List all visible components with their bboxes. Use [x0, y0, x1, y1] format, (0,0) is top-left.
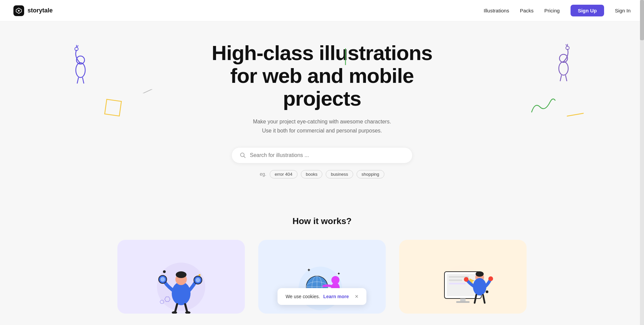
deco-yellow-square [104, 99, 122, 118]
tags-eg-label: eg. [260, 171, 266, 177]
svg-text:✦: ✦ [307, 267, 311, 273]
svg-point-55 [486, 290, 488, 293]
signup-button[interactable]: Sign Up [571, 5, 604, 16]
tag-books[interactable]: books [301, 170, 323, 178]
search-box [231, 147, 413, 163]
svg-point-26 [185, 311, 191, 314]
cookie-banner: We use cookies. Learn more × [277, 288, 366, 305]
nav-illustrations[interactable]: Illustrations [484, 8, 509, 13]
svg-point-53 [464, 277, 469, 282]
card3-illustration [399, 253, 527, 314]
search-icon [240, 152, 246, 158]
svg-rect-47 [460, 299, 466, 301]
tag-shopping[interactable]: shopping [357, 170, 384, 178]
deco-green-squiggle [530, 95, 557, 120]
logo[interactable]: storytale [13, 5, 53, 16]
svg-rect-45 [449, 283, 466, 284]
how-it-works-title: How it works? [27, 216, 617, 226]
svg-point-6 [566, 46, 569, 50]
tag-error404[interactable]: error 404 [270, 170, 298, 178]
cookie-text: We use cookies. [285, 294, 320, 299]
logo-icon [13, 5, 24, 16]
cookie-close-button[interactable]: × [355, 293, 359, 300]
scrollbar-thumb[interactable] [640, 0, 644, 40]
navbar: storytale Illustrations Packs Pricing Si… [0, 0, 644, 21]
nav-pricing[interactable]: Pricing [544, 8, 560, 13]
svg-line-10 [142, 89, 154, 93]
scrollbar[interactable] [640, 0, 644, 325]
signin-button[interactable]: Sign In [615, 8, 631, 13]
svg-text:✦: ✦ [337, 271, 340, 276]
deco-left-arm [67, 42, 94, 85]
svg-point-3 [75, 47, 78, 51]
tag-business[interactable]: business [326, 170, 353, 178]
svg-point-18 [172, 282, 191, 305]
search-wrapper [7, 147, 637, 163]
svg-point-50 [476, 271, 484, 277]
how-card-3 [399, 240, 527, 314]
deco-gray-dash [141, 89, 154, 95]
card1-illustration [117, 253, 245, 314]
svg-point-24 [196, 278, 200, 282]
svg-point-5 [559, 54, 568, 62]
svg-rect-44 [449, 279, 462, 281]
svg-rect-8 [105, 99, 121, 116]
svg-point-0 [18, 10, 20, 11]
nav-links: Illustrations Packs Pricing Sign Up Sign… [484, 5, 631, 16]
brand-name: storytale [28, 7, 53, 14]
nav-packs[interactable]: Packs [520, 8, 534, 13]
tags-row: eg. error 404 books business shopping [7, 170, 637, 178]
svg-line-9 [567, 113, 583, 116]
svg-point-54 [488, 276, 493, 281]
svg-point-20 [176, 271, 186, 278]
hero-title: High-class illustrations for web and mob… [205, 42, 439, 110]
hero-subtitle: Make your project eye-catching with awes… [7, 117, 637, 135]
svg-rect-48 [456, 301, 470, 303]
hero-section: High-class illustrations for web and mob… [0, 21, 644, 203]
svg-point-23 [160, 277, 165, 282]
svg-line-12 [244, 156, 246, 158]
search-input[interactable] [250, 152, 404, 158]
how-card-1 [117, 240, 245, 314]
deco-right-arm [550, 42, 577, 82]
svg-point-4 [559, 62, 568, 75]
cookie-learn-more[interactable]: Learn more [323, 294, 349, 299]
svg-point-25 [172, 311, 177, 314]
svg-point-16 [199, 274, 201, 276]
svg-point-2 [76, 56, 85, 64]
svg-point-14 [163, 270, 166, 273]
svg-point-1 [76, 63, 85, 77]
